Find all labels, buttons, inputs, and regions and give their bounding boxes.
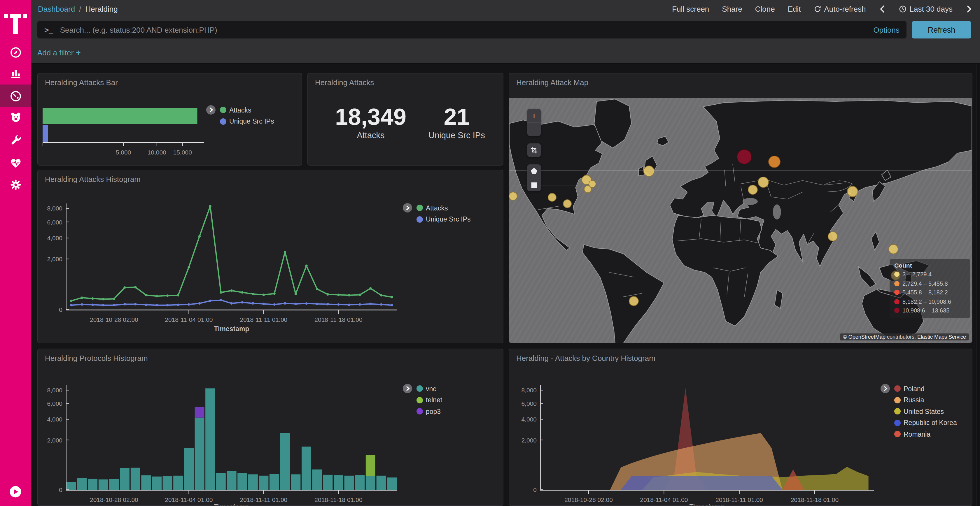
sidebar-item-dev-tools[interactable] xyxy=(0,129,31,151)
edit-button[interactable]: Edit xyxy=(788,5,801,13)
legend-label: Russia xyxy=(904,397,924,404)
legend-toggle-icon[interactable] xyxy=(402,384,412,393)
sidebar-item-management[interactable] xyxy=(0,174,31,195)
polygon-icon xyxy=(530,167,538,175)
legend-label: Republic of Korea xyxy=(904,419,957,427)
auto-refresh-button[interactable]: Auto-refresh xyxy=(813,5,865,13)
legend-toggle-icon[interactable] xyxy=(880,384,890,393)
sidebar xyxy=(0,0,31,506)
sidebar-item-honeypot[interactable] xyxy=(0,106,31,128)
legend-label: Romania xyxy=(904,431,931,438)
line-chart-plot[interactable] xyxy=(66,203,397,315)
panel-title: Heralding Attacks xyxy=(315,78,374,87)
share-button[interactable]: Share xyxy=(722,5,742,13)
legend-label: 2,729.4 – 5,455.8 xyxy=(902,281,948,287)
chart-legend: AttacksUnique Src IPs xyxy=(402,202,471,225)
sidebar-collapse-toggle[interactable] xyxy=(0,481,31,503)
legend-item-united-states[interactable]: United States xyxy=(894,406,957,417)
legend-item-pop3[interactable]: pop3 xyxy=(417,406,442,417)
legend-item-unique-src-ips[interactable]: Unique Src IPs xyxy=(417,214,471,225)
metric-value: 21 xyxy=(422,104,492,129)
gear-icon xyxy=(9,178,22,191)
metric-attacks: 18,349 Attacks xyxy=(320,104,422,140)
map-legend: Count 3 – 2,729.42,729.4 – 5,455.85,455.… xyxy=(889,259,970,318)
bar-chart-plot[interactable]: 5,00010,00015,000 xyxy=(43,107,204,162)
play-circle-icon xyxy=(9,485,22,498)
sidebar-item-dashboard[interactable] xyxy=(0,84,31,107)
legend-label: 10,908.6 – 13,635 xyxy=(902,308,950,314)
bear-icon xyxy=(9,111,22,123)
y-tick-label: 6,000 xyxy=(511,400,537,407)
y-tick-label: 8,000 xyxy=(37,205,62,212)
search-input[interactable] xyxy=(59,25,867,35)
map-draw-rectangle-button[interactable] xyxy=(527,178,541,191)
x-tick-label: 2018-11-04 01:00 xyxy=(640,496,688,503)
time-back-button[interactable] xyxy=(879,5,886,13)
x-tick-label: 2018-11-18 01:00 xyxy=(314,496,362,503)
map-marker xyxy=(827,231,837,241)
legend-item-poland[interactable]: Poland xyxy=(894,383,957,394)
x-tick-label: 2018-11-04 01:00 xyxy=(165,316,213,323)
breadcrumb-dashboard[interactable]: Dashboard xyxy=(38,5,75,13)
gauge-icon xyxy=(9,89,22,102)
plus-icon: + xyxy=(76,48,81,57)
t-mobile-logo-icon[interactable] xyxy=(0,6,31,34)
panel-title: Heralding Attacks Bar xyxy=(45,78,118,87)
map-fit-bounds-button[interactable] xyxy=(527,143,541,157)
sidebar-item-discover[interactable] xyxy=(0,41,31,63)
map-zoom-out-button[interactable]: − xyxy=(527,122,541,136)
time-forward-button[interactable] xyxy=(966,5,973,13)
legend-color-dot xyxy=(894,308,899,313)
metric-label: Attacks xyxy=(320,130,422,140)
map-marker xyxy=(643,165,654,176)
x-tick-label: 2018-11-18 01:00 xyxy=(314,316,362,323)
wrench-icon xyxy=(9,133,22,146)
map-marker xyxy=(757,176,768,187)
sidebar-item-visualize[interactable] xyxy=(0,62,31,83)
bar-chart-icon xyxy=(9,66,22,79)
legend-item-attacks[interactable]: Attacks xyxy=(220,104,274,116)
sidebar-item-monitoring[interactable] xyxy=(0,152,31,174)
refresh-arrow-icon xyxy=(813,5,821,13)
search-row: >_ Options Refresh xyxy=(31,17,980,42)
legend-label: 8,182.2 – 10,908.6 xyxy=(902,298,951,305)
full-screen-button[interactable]: Full screen xyxy=(672,5,709,13)
options-link[interactable]: Options xyxy=(873,25,899,34)
map-zoom-in-button[interactable]: + xyxy=(527,109,541,122)
legend-item-telnet[interactable]: telnet xyxy=(417,394,442,406)
clone-button[interactable]: Clone xyxy=(755,5,775,13)
refresh-button[interactable]: Refresh xyxy=(912,21,971,38)
add-filter-button[interactable]: Add a filter+ xyxy=(37,48,81,57)
legend-color-dot xyxy=(894,397,900,403)
legend-item-attacks[interactable]: Attacks xyxy=(417,202,471,214)
map-draw-polygon-button[interactable] xyxy=(527,164,541,178)
compass-icon xyxy=(9,46,22,59)
legend-item-vnc[interactable]: vnc xyxy=(417,383,442,394)
legend-color-dot xyxy=(894,281,899,286)
bar-chart-plot[interactable] xyxy=(66,385,397,495)
legend-toggle-icon[interactable] xyxy=(402,203,412,213)
legend-item-romania[interactable]: Romania xyxy=(894,428,957,440)
legend-item-russia[interactable]: Russia xyxy=(894,394,957,406)
x-tick-label: 5,000 xyxy=(106,149,141,155)
legend-toggle-icon[interactable] xyxy=(206,105,216,115)
world-map[interactable]: + − Count xyxy=(509,98,972,343)
legend-color-dot xyxy=(417,408,423,415)
map-legend-item: 2,729.4 – 5,455.8 xyxy=(894,279,966,288)
legend-color-dot xyxy=(417,205,423,211)
scrollbar-track[interactable] xyxy=(976,64,980,506)
area-chart-plot[interactable] xyxy=(540,385,874,495)
map-marker xyxy=(584,185,591,193)
panel-attacks-histogram: Heralding Attacks Histogram Timestamp At… xyxy=(37,170,503,343)
legend-color-dot xyxy=(894,420,900,426)
time-range-picker[interactable]: Last 30 days xyxy=(899,5,953,13)
chart-canvas xyxy=(66,203,397,315)
legend-item-republic-of-korea[interactable]: Republic of Korea xyxy=(894,417,957,428)
x-tick-label: 2018-11-11 01:00 xyxy=(716,496,763,503)
legend-item-unique-src-ips[interactable]: Unique Src IPs xyxy=(220,116,274,127)
top-navbar: Dashboard / Heralding Full screen Share … xyxy=(31,0,980,17)
map-legend-item: 8,182.2 – 10,908.6 xyxy=(894,297,966,306)
legend-color-dot xyxy=(417,397,423,403)
legend-label: United States xyxy=(904,408,944,415)
x-tick-label: 2018-11-18 01:00 xyxy=(791,496,838,503)
